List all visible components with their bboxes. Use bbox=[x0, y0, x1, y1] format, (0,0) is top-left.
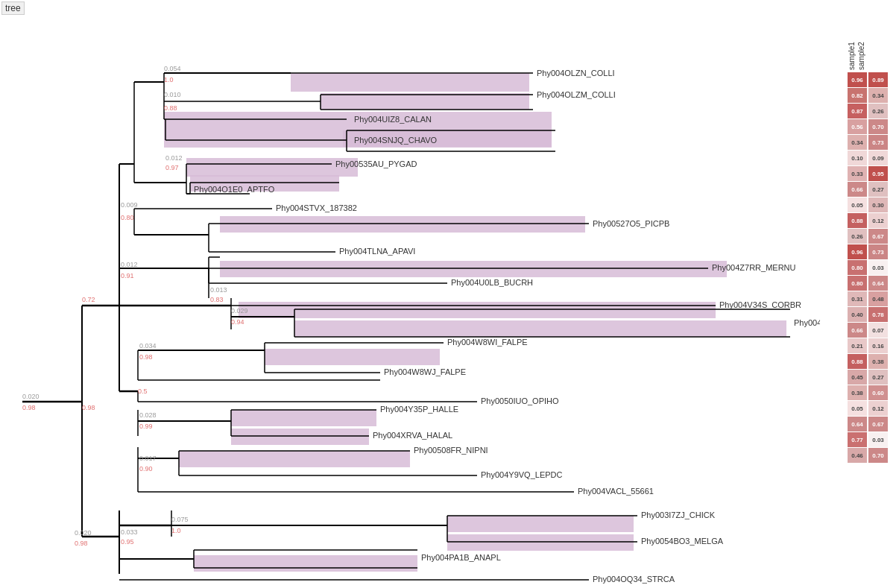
blabel-11: 0.075 bbox=[171, 516, 189, 523]
heatmap-cell: 0.60 bbox=[868, 385, 888, 400]
heatmap-cell: 0.95 bbox=[868, 166, 888, 181]
heatmap-cell: 0.80 bbox=[848, 276, 867, 291]
leaf-OLZM: Phy004OLZM_COLLI bbox=[537, 90, 616, 99]
heatmap-cell: 0.16 bbox=[868, 338, 888, 353]
leaf-VACL: Phy004VACL_55661 bbox=[578, 487, 654, 496]
heatmap-cell: 0.21 bbox=[848, 338, 867, 353]
svg-rect-6 bbox=[220, 216, 585, 233]
heatmap-cell: 0.30 bbox=[868, 197, 888, 212]
blabel-12: 0.033 bbox=[121, 528, 138, 536]
svg-rect-1 bbox=[321, 93, 529, 110]
heatmap-cell: 0.46 bbox=[848, 448, 867, 463]
leaf-O1E0: Phy004O1E0_APTFO bbox=[194, 185, 275, 194]
heatmap-cell: 0.12 bbox=[868, 401, 888, 416]
blabel-2: 0.010 bbox=[164, 91, 181, 98]
heatmap-row: 0.310.48 bbox=[848, 291, 896, 306]
heatmap-row: 0.820.34 bbox=[848, 88, 896, 103]
leaf-XRVA: Phy004XRVA_HALAL bbox=[373, 431, 452, 440]
heatmap-cell: 0.27 bbox=[868, 182, 888, 197]
heatmap-cell: 0.96 bbox=[848, 72, 867, 87]
heatmap-cell: 0.10 bbox=[848, 151, 867, 165]
leaf-W8WI: Phy004W8WI_FALPE bbox=[447, 338, 528, 347]
heatmap-cell: 0.26 bbox=[868, 104, 888, 118]
blabel-3: 0.012 bbox=[165, 154, 183, 162]
leaf-TLNA: Phy004TLNA_APAVI bbox=[339, 247, 415, 256]
slabel-5: 0.91 bbox=[121, 272, 134, 279]
slabel-1: 1.0 bbox=[164, 76, 174, 83]
svg-rect-13 bbox=[179, 451, 410, 467]
heatmap-cell: 0.03 bbox=[868, 432, 888, 447]
slabel-mid2: 0.98 bbox=[82, 404, 95, 411]
heatmap-cell: 0.82 bbox=[848, 88, 867, 103]
svg-rect-15 bbox=[447, 516, 634, 532]
leaf-STVX: Phy004STVX_187382 bbox=[276, 203, 357, 212]
svg-rect-12 bbox=[231, 429, 369, 445]
heatmap-cell: 0.64 bbox=[868, 276, 888, 291]
heatmap-cell: 0.64 bbox=[848, 417, 867, 431]
blabel-bot: 0.020 bbox=[75, 529, 92, 537]
heatmap-row: 0.880.38 bbox=[848, 354, 896, 369]
heatmap-header: sample1 sample2 bbox=[844, 41, 896, 71]
leaf-OLZN: Phy004OLZN_COLLI bbox=[537, 69, 615, 78]
heatmap-cell: 0.96 bbox=[848, 244, 867, 259]
tree-panel: Phy004OLZN_COLLI Phy004OLZM_COLLI Phy004… bbox=[0, 15, 820, 588]
leaf-I7ZJ: Phy003I7ZJ_CHICK bbox=[641, 510, 716, 519]
heatmap-row: 0.770.03 bbox=[848, 432, 896, 447]
slabel-4: 0.80 bbox=[121, 214, 134, 221]
heatmap-cell: 0.12 bbox=[868, 213, 888, 228]
heatmap-row: 0.260.67 bbox=[848, 229, 896, 244]
blabel-5: 0.012 bbox=[121, 261, 138, 268]
heatmap-row: 0.330.95 bbox=[848, 166, 896, 181]
heatmap-row: 0.960.73 bbox=[848, 244, 896, 259]
leaf-OPIHO: Phy0050IUO_OPIHO bbox=[481, 396, 559, 405]
leaf-STRCA: Phy004OQ34_STRCA bbox=[593, 575, 675, 584]
heatmap-row: 0.660.07 bbox=[848, 323, 896, 338]
heatmap-row: 0.050.30 bbox=[848, 197, 896, 212]
leaf-Z0OU: Phy004Z0OU_MELUD bbox=[794, 318, 820, 327]
heatmap-row: 0.870.26 bbox=[848, 104, 896, 118]
blabel-10: 0.017 bbox=[139, 455, 157, 462]
leaf-Y35P: Phy004Y35P_HALLE bbox=[380, 405, 458, 414]
heatmap-row: 0.340.73 bbox=[848, 135, 896, 150]
slabel-6: 0.83 bbox=[210, 296, 224, 303]
heatmap-cell: 0.73 bbox=[868, 135, 888, 150]
slabel-10: 0.90 bbox=[139, 465, 153, 472]
slabel-3: 0.97 bbox=[165, 164, 179, 171]
blabel-8: 0.034 bbox=[139, 342, 157, 350]
slabel-2: 0.88 bbox=[164, 104, 177, 112]
leaf-SNJQ: Phy004SNJQ_CHAVO bbox=[354, 136, 438, 145]
heatmap-cell: 0.89 bbox=[868, 72, 888, 87]
heatmap-cell: 0.67 bbox=[868, 417, 888, 431]
blabel-9: 0.028 bbox=[139, 411, 157, 419]
slabel-opiho: 0.5 bbox=[138, 388, 148, 395]
slabel-11: 1.0 bbox=[171, 527, 181, 534]
blabel-4: 0.009 bbox=[121, 201, 138, 209]
heatmap-cell: 0.80 bbox=[848, 260, 867, 275]
heatmap-cell: 0.70 bbox=[868, 119, 888, 134]
heatmap-cell: 0.78 bbox=[868, 307, 888, 322]
slabel-12: 0.95 bbox=[121, 538, 134, 546]
heatmap-cell: 0.73 bbox=[868, 244, 888, 259]
svg-rect-0 bbox=[291, 73, 529, 92]
blabel-1: 0.054 bbox=[164, 65, 181, 72]
heatmap-cell: 0.77 bbox=[848, 432, 867, 447]
leaf-54BO3: Phy0054BO3_MELGA bbox=[641, 537, 724, 546]
heatmap-cell: 0.05 bbox=[848, 401, 867, 416]
heatmap-row: 0.800.03 bbox=[848, 260, 896, 275]
heatmap-cell: 0.38 bbox=[848, 385, 867, 400]
tree-tab[interactable]: tree bbox=[1, 1, 25, 15]
svg-rect-11 bbox=[231, 410, 376, 426]
heatmap-cell: 0.27 bbox=[868, 370, 888, 385]
heatmap-row: 0.460.70 bbox=[848, 448, 896, 463]
heatmap-cell: 0.38 bbox=[868, 354, 888, 369]
heatmap-cell: 0.87 bbox=[848, 104, 867, 118]
blabel-6: 0.013 bbox=[210, 286, 227, 294]
blabel-7: 0.029 bbox=[231, 307, 248, 314]
leaf-Z7RR: Phy004Z7RR_MERNU bbox=[712, 263, 796, 272]
leaf-PA1B: Phy004PA1B_ANAPL bbox=[421, 553, 501, 562]
heatmap-cell: 0.66 bbox=[848, 182, 867, 197]
leaf-W8WJ: Phy004W8WJ_FALPE bbox=[384, 367, 466, 376]
leaf-527O5: Phy00527O5_PICPB bbox=[593, 219, 669, 228]
heatmap-cell: 0.48 bbox=[868, 291, 888, 306]
heatmap-cell: 0.45 bbox=[848, 370, 867, 385]
